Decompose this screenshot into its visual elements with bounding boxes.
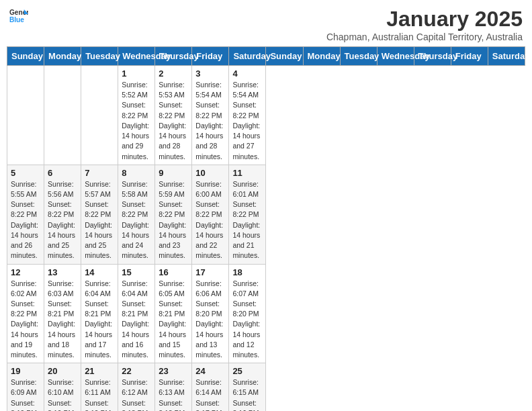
calendar-cell: 17Sunrise: 6:06 AMSunset: 8:20 PMDayligh…: [192, 264, 229, 363]
calendar-cell: 24Sunrise: 6:14 AMSunset: 8:17 PMDayligh…: [192, 363, 229, 411]
day-number: 2: [159, 68, 188, 79]
day-number: 25: [232, 366, 262, 376]
day-info: Sunrise: 5:58 AMSunset: 8:22 PMDaylight:…: [122, 179, 151, 261]
header-sunday: Sunday: [266, 47, 303, 66]
day-info: Sunrise: 5:56 AMSunset: 8:22 PMDaylight:…: [48, 179, 77, 261]
day-number: 1: [122, 68, 151, 79]
month-title: January 2025: [326, 7, 523, 32]
header-day-sunday: Sunday: [7, 47, 44, 66]
day-info: Sunrise: 5:57 AMSunset: 8:22 PMDaylight:…: [85, 179, 114, 261]
calendar-cell: 22Sunrise: 6:12 AMSunset: 8:18 PMDayligh…: [118, 363, 155, 411]
header-day-wednesday: Wednesday: [118, 47, 155, 66]
day-info: Sunrise: 6:04 AMSunset: 8:21 PMDaylight:…: [85, 279, 114, 361]
day-info: Sunrise: 6:15 AMSunset: 8:16 PMDaylight:…: [232, 377, 262, 411]
svg-text:Blue: Blue: [9, 16, 24, 24]
calendar-table: SundayMondayTuesdayWednesdayThursdayFrid…: [7, 46, 525, 411]
calendar-cell: 23Sunrise: 6:13 AMSunset: 8:18 PMDayligh…: [155, 363, 192, 411]
calendar-cell: 11Sunrise: 6:01 AMSunset: 8:22 PMDayligh…: [229, 165, 266, 264]
day-number: 5: [11, 168, 40, 178]
header-friday: Friday: [451, 47, 488, 66]
calendar-cell: 4Sunrise: 5:54 AMSunset: 8:22 PMDaylight…: [229, 66, 266, 165]
day-info: Sunrise: 6:09 AMSunset: 8:19 PMDaylight:…: [11, 377, 40, 411]
calendar-cell: 14Sunrise: 6:04 AMSunset: 8:21 PMDayligh…: [81, 264, 118, 363]
calendar-cell: 16Sunrise: 6:05 AMSunset: 8:21 PMDayligh…: [155, 264, 192, 363]
day-number: 22: [122, 366, 151, 376]
header-tuesday: Tuesday: [340, 47, 377, 66]
calendar-week-4: 19Sunrise: 6:09 AMSunset: 8:19 PMDayligh…: [7, 363, 525, 411]
day-number: 20: [48, 366, 77, 376]
title-block: January 2025 Chapman, Australian Capital…: [326, 7, 523, 42]
day-info: Sunrise: 5:54 AMSunset: 8:22 PMDaylight:…: [232, 80, 262, 162]
day-number: 11: [232, 168, 262, 178]
calendar-cell: 25Sunrise: 6:15 AMSunset: 8:16 PMDayligh…: [229, 363, 266, 411]
calendar-cell: 8Sunrise: 5:58 AMSunset: 8:22 PMDaylight…: [118, 165, 155, 264]
day-info: Sunrise: 6:05 AMSunset: 8:21 PMDaylight:…: [159, 279, 188, 361]
day-number: 13: [48, 267, 77, 277]
day-number: 19: [11, 366, 40, 376]
day-number: 18: [232, 267, 262, 277]
day-number: 9: [159, 168, 188, 178]
header-wednesday: Wednesday: [377, 47, 414, 66]
page-header: General Blue January 2025 Chapman, Austr…: [7, 7, 525, 42]
calendar-cell: 9Sunrise: 5:59 AMSunset: 8:22 PMDaylight…: [155, 165, 192, 264]
header-day-thursday: Thursday: [155, 47, 192, 66]
header-thursday: Thursday: [414, 47, 451, 66]
day-info: Sunrise: 5:59 AMSunset: 8:22 PMDaylight:…: [159, 179, 188, 261]
calendar-week-3: 12Sunrise: 6:02 AMSunset: 8:22 PMDayligh…: [7, 264, 525, 363]
day-info: Sunrise: 6:14 AMSunset: 8:17 PMDaylight:…: [195, 377, 225, 411]
day-info: Sunrise: 6:00 AMSunset: 8:22 PMDaylight:…: [195, 179, 225, 261]
day-info: Sunrise: 6:11 AMSunset: 8:19 PMDaylight:…: [85, 377, 114, 411]
calendar-cell: 2Sunrise: 5:53 AMSunset: 8:22 PMDaylight…: [155, 66, 192, 165]
day-info: Sunrise: 6:07 AMSunset: 8:20 PMDaylight:…: [232, 279, 262, 361]
day-number: 15: [122, 267, 151, 277]
day-info: Sunrise: 6:01 AMSunset: 8:22 PMDaylight:…: [232, 179, 262, 261]
calendar-cell: 15Sunrise: 6:04 AMSunset: 8:21 PMDayligh…: [118, 264, 155, 363]
day-info: Sunrise: 6:13 AMSunset: 8:18 PMDaylight:…: [159, 377, 188, 411]
calendar-cell: 6Sunrise: 5:56 AMSunset: 8:22 PMDaylight…: [44, 165, 81, 264]
day-number: 10: [195, 168, 225, 178]
day-info: Sunrise: 6:03 AMSunset: 8:21 PMDaylight:…: [48, 279, 77, 361]
calendar-week-1: 1Sunrise: 5:52 AMSunset: 8:22 PMDaylight…: [7, 66, 525, 165]
day-info: Sunrise: 5:54 AMSunset: 8:22 PMDaylight:…: [195, 80, 225, 162]
day-number: 17: [195, 267, 225, 277]
calendar-cell: 3Sunrise: 5:54 AMSunset: 8:22 PMDaylight…: [192, 66, 229, 165]
calendar-cell: 20Sunrise: 6:10 AMSunset: 8:19 PMDayligh…: [44, 363, 81, 411]
calendar-cell: 13Sunrise: 6:03 AMSunset: 8:21 PMDayligh…: [44, 264, 81, 363]
calendar-cell: 7Sunrise: 5:57 AMSunset: 8:22 PMDaylight…: [81, 165, 118, 264]
day-info: Sunrise: 6:04 AMSunset: 8:21 PMDaylight:…: [122, 279, 151, 361]
day-number: 24: [195, 366, 225, 376]
day-number: 4: [232, 68, 262, 79]
day-info: Sunrise: 6:10 AMSunset: 8:19 PMDaylight:…: [48, 377, 77, 411]
day-number: 21: [85, 366, 114, 376]
calendar-cell: 1Sunrise: 5:52 AMSunset: 8:22 PMDaylight…: [118, 66, 155, 165]
calendar-cell: 19Sunrise: 6:09 AMSunset: 8:19 PMDayligh…: [7, 363, 44, 411]
day-number: 23: [159, 366, 188, 376]
calendar-cell: 21Sunrise: 6:11 AMSunset: 8:19 PMDayligh…: [81, 363, 118, 411]
day-number: 16: [159, 267, 188, 277]
day-info: Sunrise: 6:02 AMSunset: 8:22 PMDaylight:…: [11, 279, 40, 361]
calendar-header-row: SundayMondayTuesdayWednesdayThursdayFrid…: [7, 47, 525, 66]
calendar-week-2: 5Sunrise: 5:55 AMSunset: 8:22 PMDaylight…: [7, 165, 525, 264]
location-title: Chapman, Australian Capital Territory, A…: [326, 32, 523, 42]
calendar-cell: 10Sunrise: 6:00 AMSunset: 8:22 PMDayligh…: [192, 165, 229, 264]
day-number: 12: [11, 267, 40, 277]
logo: General Blue: [9, 7, 28, 26]
header-day-saturday: Saturday: [229, 47, 266, 66]
header-saturday: Saturday: [488, 47, 525, 66]
day-number: 6: [48, 168, 77, 178]
calendar-cell: 5Sunrise: 5:55 AMSunset: 8:22 PMDaylight…: [7, 165, 44, 264]
day-info: Sunrise: 6:06 AMSunset: 8:20 PMDaylight:…: [195, 279, 225, 361]
calendar-cell: 18Sunrise: 6:07 AMSunset: 8:20 PMDayligh…: [229, 264, 266, 363]
day-number: 14: [85, 267, 114, 277]
calendar-cell: [7, 66, 44, 165]
day-number: 7: [85, 168, 114, 178]
day-info: Sunrise: 6:12 AMSunset: 8:18 PMDaylight:…: [122, 377, 151, 411]
header-day-friday: Friday: [192, 47, 229, 66]
day-number: 8: [122, 168, 151, 178]
day-info: Sunrise: 5:53 AMSunset: 8:22 PMDaylight:…: [159, 80, 188, 162]
header-day-monday: Monday: [44, 47, 81, 66]
day-info: Sunrise: 5:52 AMSunset: 8:22 PMDaylight:…: [122, 80, 151, 162]
calendar-cell: [81, 66, 118, 165]
calendar-cell: [44, 66, 81, 165]
day-number: 3: [195, 68, 225, 79]
